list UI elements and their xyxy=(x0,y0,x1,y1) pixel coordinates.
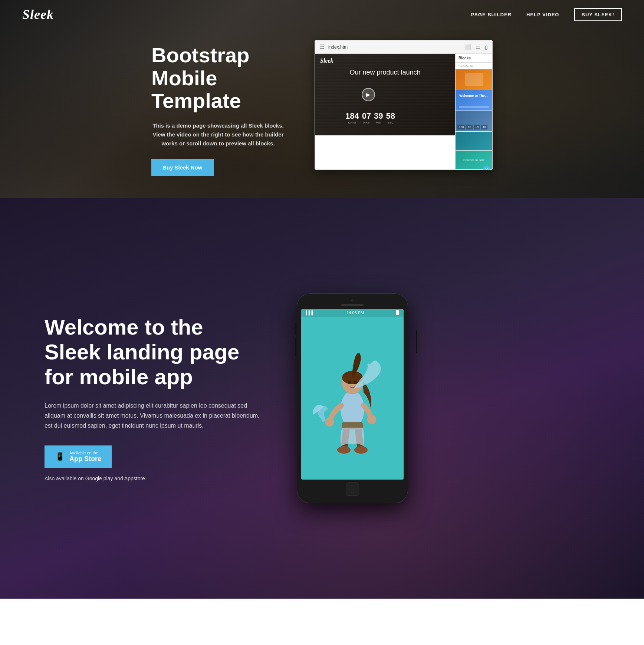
appstore-button[interactable]: 📱 Available on the App Store xyxy=(45,445,112,468)
phone-app-content xyxy=(301,309,404,480)
svg-point-8 xyxy=(348,381,351,384)
mobile-content: Welcome to the Sleek landing page for mo… xyxy=(0,264,644,533)
also-available: Also available on Google play and Appsto… xyxy=(45,475,260,481)
mobile-icon[interactable]: ▯ xyxy=(485,44,488,50)
svg-point-3 xyxy=(325,418,334,427)
countdown-min-label: MIN xyxy=(374,121,383,124)
appstore-small-text: Available on the xyxy=(69,451,101,455)
builder-body: Sleek Our new product launch ▶ 184 DAYS … xyxy=(315,54,492,170)
builder-main: Sleek Our new product launch ▶ 184 DAYS … xyxy=(315,54,455,170)
countdown-days-num: 184 xyxy=(345,111,359,121)
countdown-days-label: DAYS xyxy=(345,121,359,124)
play-button[interactable]: ▶ xyxy=(362,88,375,101)
mobile-section: Welcome to the Sleek landing page for mo… xyxy=(0,198,644,599)
phone-home-button[interactable] xyxy=(346,483,359,496)
phone-side-btn-power xyxy=(416,330,417,353)
sidebar-block-1[interactable] xyxy=(456,69,492,90)
sidebar-block-3[interactable]: 100 08 19 10 xyxy=(456,111,492,132)
hero-title: Bootstrap Mobile Template xyxy=(151,44,285,112)
appstore-text: Available on the App Store xyxy=(69,451,101,463)
and-text: and xyxy=(114,475,124,481)
nav-help-video[interactable]: HELP VIDEO xyxy=(526,12,559,17)
desktop-icon[interactable]: ⬜ xyxy=(465,44,471,50)
sidebar-title: Blocks xyxy=(456,54,492,63)
appstore-link[interactable]: Appstore xyxy=(124,475,145,481)
hero-text-block: Bootstrap Mobile Template This is a demo… xyxy=(151,36,285,176)
phone-screen: ▌▌▌ 14:06 PM ▉ xyxy=(301,309,404,480)
preview-logo: Sleek xyxy=(320,57,334,64)
tablet-icon[interactable]: ▭ xyxy=(476,44,480,50)
sidebar-subtitle: HEADERS xyxy=(456,63,492,69)
builder-device-icons: ⬜ ▭ ▯ xyxy=(465,44,488,50)
hero-content: Bootstrap Mobile Template This is a demo… xyxy=(0,29,644,198)
battery-icon: ▉ xyxy=(396,310,399,315)
sidebar-block-2[interactable]: Welcome to The... xyxy=(456,90,492,111)
countdown-days: 184 DAYS xyxy=(345,111,359,124)
mobile-text-block: Welcome to the Sleek landing page for mo… xyxy=(45,315,260,481)
countdown-sec-label: SEC xyxy=(386,121,395,124)
nav-buy-button[interactable]: BUY SLEEK! xyxy=(574,8,622,21)
google-play-link[interactable]: Google play xyxy=(85,475,113,481)
menu-icon: ☰ xyxy=(319,43,325,50)
phone-outer: ▌▌▌ 14:06 PM ▉ xyxy=(297,293,408,503)
phone-camera xyxy=(351,299,354,302)
countdown-min-num: 39 xyxy=(374,111,383,121)
builder-preview: ☰ index.html ⬜ ▭ ▯ Sleek Our new product… xyxy=(315,40,493,170)
signal-icon: ▌▌▌ xyxy=(306,310,314,315)
preview-inner: Sleek Our new product launch ▶ 184 DAYS … xyxy=(315,54,455,135)
time-display: 14:06 PM xyxy=(346,310,364,315)
countdown-min: 39 MIN xyxy=(374,111,383,124)
sidebar-block-4[interactable] xyxy=(456,132,492,151)
svg-point-4 xyxy=(367,415,376,424)
countdown-hrs-num: 07 xyxy=(362,111,371,121)
hero-description: This is a demo page showcasing all Sleek… xyxy=(151,121,285,148)
nav-links: PAGE BUILDER HELP VIDEO BUY SLEEK! xyxy=(471,8,622,21)
preview-headline: Our new product launch xyxy=(315,69,455,76)
nav-page-builder[interactable]: PAGE BUILDER xyxy=(471,12,512,17)
phone-icon: 📱 xyxy=(55,452,65,462)
builder-sidebar: Blocks HEADERS Welcome to The... xyxy=(455,54,492,170)
countdown-sec-num: 58 xyxy=(386,111,395,121)
builder-filename: index.html xyxy=(328,45,461,50)
logo: Sleek xyxy=(22,7,54,22)
hero-cta-button[interactable]: Buy Sleek Now xyxy=(151,159,214,176)
phone-speaker xyxy=(341,304,364,306)
also-available-prefix: Also available on xyxy=(45,475,85,481)
countdown: 184 DAYS 07 HRS 39 MIN xyxy=(315,111,426,124)
phone-side-btn-1 xyxy=(295,323,296,334)
countdown-sec: 58 SEC xyxy=(386,111,395,124)
builder-topbar: ☰ index.html ⬜ ▭ ▯ xyxy=(315,40,492,54)
svg-point-9 xyxy=(354,381,357,384)
phone-side-btn-2 xyxy=(295,338,296,356)
mobile-description: Lorem ipsum dolor sit amet adipiscing el… xyxy=(45,401,260,431)
svg-point-6 xyxy=(354,446,368,454)
phone-mockup: ▌▌▌ 14:06 PM ▉ xyxy=(297,293,415,503)
mobile-title: Welcome to the Sleek landing page for mo… xyxy=(45,315,260,389)
countdown-hrs: 07 HRS xyxy=(362,111,371,124)
phone-status-bar: ▌▌▌ 14:06 PM ▉ xyxy=(301,309,404,317)
navigation: Sleek PAGE BUILDER HELP VIDEO BUY SLEEK! xyxy=(0,0,644,29)
hero-section: Sleek PAGE BUILDER HELP VIDEO BUY SLEEK!… xyxy=(0,0,644,198)
svg-point-5 xyxy=(337,446,351,454)
appstore-big-text: App Store xyxy=(69,455,101,463)
countdown-hrs-label: HRS xyxy=(362,121,371,124)
character-svg xyxy=(312,324,393,465)
